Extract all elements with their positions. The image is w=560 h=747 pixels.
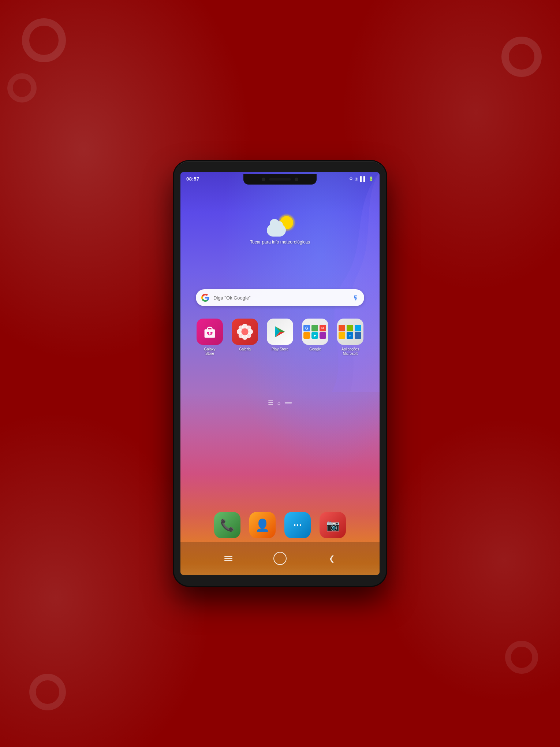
search-bar[interactable]: Diga "Ok Google" 🎙	[196, 289, 364, 306]
app-microsoft[interactable]: in AplicaçõesMicrosoft	[334, 319, 367, 356]
dock-camera[interactable]: 📷	[320, 512, 346, 538]
mic-icon[interactable]: 🎙	[352, 294, 359, 302]
home-button[interactable]	[271, 549, 289, 568]
messages-icon: ···	[284, 512, 311, 538]
page-home-icon: ⌂	[277, 400, 280, 406]
phone-screen: 08:57 ⚙ ◎ ▌▌ 🔋	[180, 172, 380, 575]
battery-icon: 🔋	[369, 176, 374, 181]
page-dot-inactive	[285, 402, 292, 404]
dock-messages[interactable]: ···	[284, 512, 311, 538]
google-folder-icon: G ✉ ▶	[302, 319, 328, 345]
search-placeholder: Diga "Ok Google"	[213, 295, 349, 301]
nav-bar: ❮	[180, 542, 380, 575]
back-button[interactable]: ❮	[322, 549, 341, 568]
camera-dot-right	[295, 178, 298, 181]
page-indicator: ☰ ⌂	[268, 399, 292, 406]
camera-icon: 📷	[320, 512, 346, 538]
dock-phone[interactable]: 📞	[214, 512, 240, 538]
flower-svg	[236, 323, 254, 341]
galeria-icon	[232, 319, 258, 345]
phone-icon: 📞	[214, 512, 240, 538]
home-circle-icon	[273, 552, 287, 565]
settings-status-icon: ⚙	[349, 176, 353, 181]
play-svg	[272, 324, 288, 340]
page-lines-icon: ☰	[268, 399, 273, 406]
app-play-store[interactable]: Play Store	[264, 319, 296, 356]
contacts-icon: 👤	[249, 512, 276, 538]
screen-wave	[277, 172, 380, 392]
dock-contacts[interactable]: 👤	[249, 512, 276, 538]
microsoft-label: AplicaçõesMicrosoft	[341, 347, 359, 356]
camera-bar	[243, 174, 317, 185]
svg-point-1	[207, 332, 209, 334]
back-icon: ❮	[329, 554, 335, 563]
svg-point-2	[210, 332, 213, 334]
cloud-icon	[267, 224, 286, 237]
speaker-grille	[269, 178, 291, 181]
location-status-icon: ◎	[355, 176, 358, 181]
dock: 📞 👤 ··· 📷	[214, 512, 346, 538]
phone-outer: 08:57 ⚙ ◎ ▌▌ 🔋	[174, 161, 386, 586]
play-store-icon	[267, 319, 293, 345]
camera-dot	[262, 178, 265, 181]
signal-icon: ▌▌	[360, 176, 367, 182]
recents-button[interactable]	[219, 549, 238, 568]
svg-rect-0	[205, 329, 215, 338]
recents-icon	[224, 556, 232, 561]
galaxy-store-icon	[197, 319, 223, 345]
status-icons: ⚙ ◎ ▌▌ 🔋	[349, 176, 374, 182]
galaxy-store-label: GalaxyStore	[204, 347, 215, 356]
galeria-label: Galeria	[239, 347, 251, 352]
google-logo	[201, 293, 210, 302]
google-label: Google	[309, 347, 321, 352]
app-galeria[interactable]: Galeria	[228, 319, 261, 356]
weather-icon-container	[267, 216, 293, 237]
bag-svg	[201, 323, 219, 341]
app-grid: GalaxyStore	[193, 319, 367, 356]
weather-widget[interactable]: Tocar para info meteorológicas	[250, 216, 310, 245]
microsoft-folder-icon: in	[337, 319, 363, 345]
status-time: 08:57	[186, 176, 199, 182]
app-galaxy-store[interactable]: GalaxyStore	[193, 319, 226, 356]
weather-text: Tocar para info meteorológicas	[250, 239, 310, 245]
app-google[interactable]: G ✉ ▶ Google	[299, 319, 332, 356]
svg-point-11	[241, 328, 248, 335]
play-store-label: Play Store	[272, 347, 288, 352]
